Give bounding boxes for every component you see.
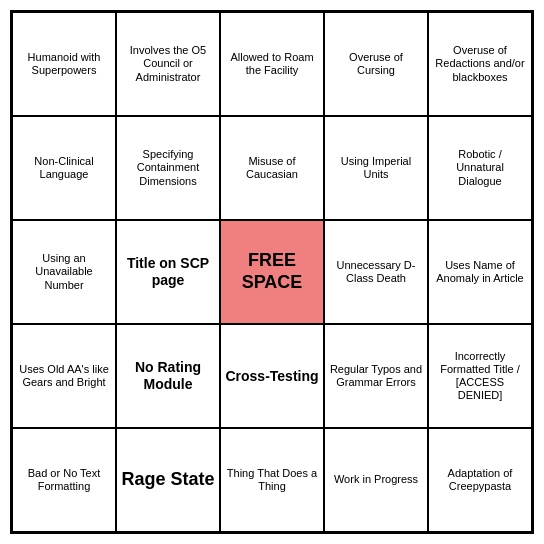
cell-r0c2[interactable]: Allowed to Roam the Facility (220, 12, 324, 116)
cell-r3c2[interactable]: Cross-Testing (220, 324, 324, 428)
cell-r1c0[interactable]: Non-Clinical Language (12, 116, 116, 220)
cell-r3c1[interactable]: No Rating Module (116, 324, 220, 428)
cell-r1c2[interactable]: Misuse of Caucasian (220, 116, 324, 220)
cell-r1c1[interactable]: Specifying Containment Dimensions (116, 116, 220, 220)
cell-r3c3[interactable]: Regular Typos and Grammar Errors (324, 324, 428, 428)
cell-r2c2[interactable]: FREE SPACE (220, 220, 324, 324)
bingo-card: Humanoid with SuperpowersInvolves the O5… (10, 10, 534, 534)
cell-r1c4[interactable]: Robotic / Unnatural Dialogue (428, 116, 532, 220)
cell-r4c4[interactable]: Adaptation of Creepypasta (428, 428, 532, 532)
cell-r2c0[interactable]: Using an Unavailable Number (12, 220, 116, 324)
cell-r0c4[interactable]: Overuse of Redactions and/or blackboxes (428, 12, 532, 116)
cell-r4c3[interactable]: Work in Progress (324, 428, 428, 532)
cell-r4c0[interactable]: Bad or No Text Formatting (12, 428, 116, 532)
cell-r2c4[interactable]: Uses Name of Anomaly in Article (428, 220, 532, 324)
cell-r1c3[interactable]: Using Imperial Units (324, 116, 428, 220)
cell-r4c1[interactable]: Rage State (116, 428, 220, 532)
cell-r4c2[interactable]: Thing That Does a Thing (220, 428, 324, 532)
cell-r2c1[interactable]: Title on SCP page (116, 220, 220, 324)
cell-r0c1[interactable]: Involves the O5 Council or Administrator (116, 12, 220, 116)
cell-r3c4[interactable]: Incorrectly Formatted Title / [ACCESS DE… (428, 324, 532, 428)
cell-r3c0[interactable]: Uses Old AA's like Gears and Bright (12, 324, 116, 428)
cell-r2c3[interactable]: Unnecessary D-Class Death (324, 220, 428, 324)
cell-r0c3[interactable]: Overuse of Cursing (324, 12, 428, 116)
cell-r0c0[interactable]: Humanoid with Superpowers (12, 12, 116, 116)
